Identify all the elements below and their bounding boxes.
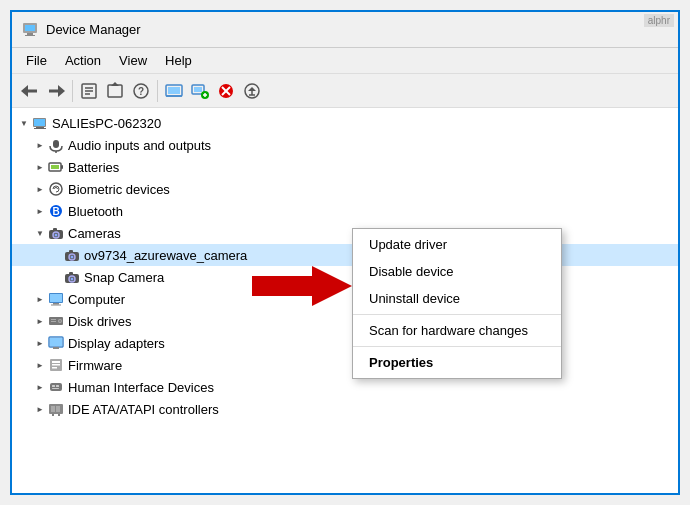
toolbar-sep-2 bbox=[157, 80, 158, 102]
ide-icon bbox=[48, 401, 64, 417]
arrow-icon bbox=[252, 266, 352, 306]
snap-label: Snap Camera bbox=[84, 271, 164, 284]
biometric-expander[interactable] bbox=[32, 181, 48, 197]
snap-icon bbox=[64, 269, 80, 285]
update-driver-button[interactable] bbox=[103, 79, 127, 103]
svg-rect-46 bbox=[53, 228, 57, 231]
tree-bluetooth[interactable]: B Bluetooth bbox=[12, 200, 678, 222]
ide-expander[interactable] bbox=[32, 401, 48, 417]
ov9734-expander bbox=[48, 247, 64, 263]
computer-label: Computer bbox=[68, 293, 125, 306]
tree-batteries[interactable]: Batteries bbox=[12, 156, 678, 178]
tree-firmware[interactable]: Firmware bbox=[12, 354, 678, 376]
svg-rect-63 bbox=[51, 321, 56, 322]
svg-point-45 bbox=[55, 234, 58, 237]
display-expander[interactable] bbox=[32, 335, 48, 351]
ctx-scan-changes[interactable]: Scan for hardware changes bbox=[353, 317, 561, 344]
svg-rect-74 bbox=[52, 388, 59, 389]
disk-expander[interactable] bbox=[32, 313, 48, 329]
bluetooth-expander[interactable] bbox=[32, 203, 48, 219]
svg-marker-6 bbox=[58, 85, 65, 97]
svg-rect-35 bbox=[53, 140, 59, 148]
snap-expander bbox=[48, 269, 64, 285]
svg-point-61 bbox=[59, 320, 61, 322]
root-label: SALIEsPC-062320 bbox=[52, 117, 161, 130]
hid-expander[interactable] bbox=[32, 379, 48, 395]
menu-file[interactable]: File bbox=[18, 51, 55, 70]
window-title: Device Manager bbox=[46, 22, 141, 37]
svg-rect-69 bbox=[52, 364, 60, 366]
tree-camera-ov9734[interactable]: ov9734_azurewave_camera bbox=[12, 244, 678, 266]
tree-audio[interactable]: Audio inputs and outputs bbox=[12, 134, 678, 156]
tree-display[interactable]: Display adapters bbox=[12, 332, 678, 354]
svg-rect-39 bbox=[51, 165, 59, 169]
firmware-label: Firmware bbox=[68, 359, 122, 372]
cameras-expander[interactable] bbox=[32, 225, 48, 241]
svg-point-53 bbox=[71, 278, 74, 281]
back-button[interactable] bbox=[18, 79, 42, 103]
add-device-button[interactable] bbox=[188, 79, 212, 103]
tree-hid[interactable]: Human Interface Devices bbox=[12, 376, 678, 398]
audio-expander[interactable] bbox=[32, 137, 48, 153]
properties-button[interactable] bbox=[77, 79, 101, 103]
ctx-properties[interactable]: Properties bbox=[353, 349, 561, 376]
ctx-uninstall-device[interactable]: Uninstall device bbox=[353, 285, 561, 312]
forward-button[interactable] bbox=[44, 79, 68, 103]
svg-rect-20 bbox=[194, 87, 202, 92]
svg-rect-1 bbox=[25, 25, 35, 31]
svg-marker-13 bbox=[111, 82, 119, 86]
batteries-expander[interactable] bbox=[32, 159, 48, 175]
cameras-icon bbox=[48, 225, 64, 241]
computer-icon bbox=[48, 291, 64, 307]
display-label: Display adapters bbox=[68, 337, 165, 350]
svg-rect-66 bbox=[53, 347, 59, 349]
root-expander[interactable] bbox=[16, 115, 32, 131]
svg-rect-58 bbox=[51, 305, 61, 306]
svg-rect-5 bbox=[27, 89, 37, 92]
computer-expander[interactable] bbox=[32, 291, 48, 307]
network-button[interactable] bbox=[162, 79, 186, 103]
help-button[interactable]: ? bbox=[129, 79, 153, 103]
svg-rect-72 bbox=[52, 385, 55, 387]
tree-disk[interactable]: Disk drives bbox=[12, 310, 678, 332]
svg-rect-57 bbox=[53, 303, 59, 305]
menu-action[interactable]: Action bbox=[57, 51, 109, 70]
svg-rect-3 bbox=[25, 35, 35, 36]
svg-rect-68 bbox=[52, 361, 60, 363]
cameras-label: Cameras bbox=[68, 227, 121, 240]
arrow-container bbox=[252, 266, 352, 309]
batteries-label: Batteries bbox=[68, 161, 119, 174]
svg-rect-32 bbox=[34, 119, 45, 126]
svg-rect-73 bbox=[56, 385, 59, 387]
tree-root[interactable]: SALIEsPC-062320 bbox=[12, 112, 678, 134]
ide-label: IDE ATA/ATAPI controllers bbox=[68, 403, 219, 416]
scan-button[interactable] bbox=[240, 79, 264, 103]
svg-marker-80 bbox=[252, 266, 352, 306]
svg-rect-12 bbox=[108, 85, 122, 97]
tree-biometric[interactable]: Biometric devices bbox=[12, 178, 678, 200]
ctx-sep-1 bbox=[353, 314, 561, 315]
audio-label: Audio inputs and outputs bbox=[68, 139, 211, 152]
svg-text:B: B bbox=[52, 206, 59, 217]
ctx-disable-device[interactable]: Disable device bbox=[353, 258, 561, 285]
context-menu: Update driver Disable device Uninstall d… bbox=[352, 228, 562, 379]
tree-ide[interactable]: IDE ATA/ATAPI controllers bbox=[12, 398, 678, 420]
toolbar-sep-1 bbox=[72, 80, 73, 102]
window-icon bbox=[22, 22, 38, 38]
audio-icon bbox=[48, 137, 64, 153]
biometric-label: Biometric devices bbox=[68, 183, 170, 196]
menu-help[interactable]: Help bbox=[157, 51, 200, 70]
tree-cameras[interactable]: Cameras bbox=[12, 222, 678, 244]
root-icon bbox=[32, 115, 48, 131]
svg-rect-2 bbox=[27, 33, 33, 35]
disk-label: Disk drives bbox=[68, 315, 132, 328]
menu-view[interactable]: View bbox=[111, 51, 155, 70]
hid-icon bbox=[48, 379, 64, 395]
content-area: SALIEsPC-062320 Audio inputs and outputs bbox=[12, 108, 678, 493]
svg-rect-50 bbox=[69, 250, 73, 253]
svg-rect-65 bbox=[50, 338, 62, 346]
toolbar: ? bbox=[12, 74, 678, 108]
ctx-update-driver[interactable]: Update driver bbox=[353, 231, 561, 258]
firmware-expander[interactable] bbox=[32, 357, 48, 373]
remove-button[interactable] bbox=[214, 79, 238, 103]
